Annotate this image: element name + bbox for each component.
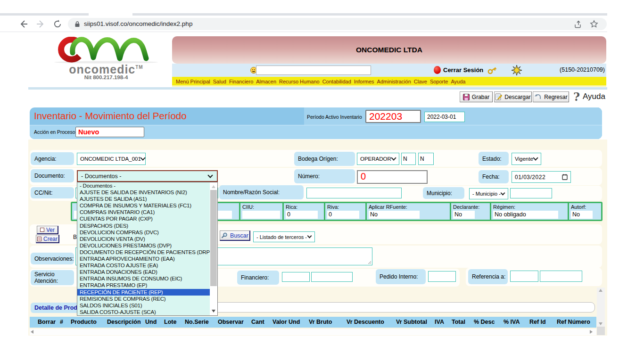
h-scroll-left-arrow[interactable] xyxy=(31,330,33,334)
omnibox[interactable]: siips01.visof.co/oncomedic/index2.php xyxy=(68,18,607,30)
column-header-vr-bruto[interactable]: Vr Bruto xyxy=(309,319,332,325)
dropdown-scroll-thumb[interactable] xyxy=(210,190,217,286)
key-icon[interactable] xyxy=(487,66,497,75)
dropdown-item-4[interactable]: COMPRA DE INSUMOS Y MATERIALES (FC1) xyxy=(77,202,210,209)
v-scroll-up-arrow[interactable] xyxy=(599,289,603,292)
menu-item-11[interactable]: Ayuda xyxy=(451,79,465,84)
column-header-no-serie[interactable]: No.Serie xyxy=(185,319,209,325)
share-icon[interactable] xyxy=(574,20,582,28)
municipio-input[interactable] xyxy=(510,188,552,198)
dropdown-item-8[interactable]: DEVOLUCION COMPRAS (DVC) xyxy=(77,229,210,236)
session-input[interactable] xyxy=(256,66,371,75)
menu-item-2[interactable]: Salud xyxy=(213,79,226,84)
fiscal-cell-input[interactable] xyxy=(242,211,280,219)
menu-item-3[interactable]: Financiero xyxy=(229,79,253,84)
fiscal-cell-input[interactable]: 0 xyxy=(327,211,359,219)
terceros-select[interactable]: - Listado de terceros - xyxy=(253,231,315,242)
dropdown-item-3[interactable]: AJUSTES DE SALIDA (AS1) xyxy=(77,196,210,202)
spark-icon[interactable] xyxy=(512,65,522,75)
menu-item-10[interactable]: Soporte xyxy=(430,79,448,84)
period-date-input[interactable]: 2022-03-01 xyxy=(424,112,465,122)
resize-handle[interactable] xyxy=(368,261,372,264)
dropdown-item-19[interactable]: SALDOS INICIALES (S01) xyxy=(77,302,210,309)
column-header-valor-und[interactable]: Valor Und xyxy=(272,319,300,325)
column-header-producto[interactable]: Producto xyxy=(71,319,97,325)
dropdown-item-6[interactable]: CUENTAS POR PAGAR (CXP) xyxy=(77,215,210,222)
fecha-input[interactable]: 01/03/2022 xyxy=(512,171,571,183)
menu-item-1[interactable]: Menú Principal xyxy=(176,79,210,84)
column-header-ref-n-mero[interactable]: Ref Número xyxy=(557,319,590,325)
dropdown-item-13[interactable]: ENTRADA COSTO AJUSTE (EA) xyxy=(77,262,210,269)
dropdown-scrollbar[interactable] xyxy=(210,182,217,315)
back-icon[interactable] xyxy=(19,19,28,29)
return-button[interactable]: Regresar xyxy=(533,91,569,102)
action-input[interactable]: Nuevo xyxy=(75,127,144,137)
fiscal-cell-input[interactable]: No xyxy=(453,211,475,219)
menu-item-6[interactable]: Contabilidad xyxy=(322,79,351,84)
referencia-input-1[interactable] xyxy=(510,271,538,282)
dropdown-scroll-up[interactable] xyxy=(212,185,215,188)
menu-item-8[interactable]: Administración xyxy=(377,79,411,84)
column-header-total[interactable]: Total xyxy=(452,319,465,325)
column-header-cant[interactable]: Cant xyxy=(251,319,264,325)
save-button[interactable]: Grabar xyxy=(460,91,493,102)
bookmark-star-icon[interactable] xyxy=(590,20,598,28)
dropdown-scroll-down[interactable] xyxy=(212,310,215,313)
column-header-borrar[interactable]: Borrar xyxy=(38,319,56,325)
column-header--iva[interactable]: % IVA xyxy=(504,319,520,325)
column-header-vr-descuento[interactable]: Vr Descuento xyxy=(347,319,384,325)
h-scrollbar[interactable] xyxy=(30,329,596,335)
dropdown-item-15[interactable]: ENTRADA INSUMOS DE CONSUMO (EIC) xyxy=(77,275,210,282)
documento-select[interactable]: - Documentos - xyxy=(77,170,218,182)
estado-select[interactable]: Vigente xyxy=(512,153,541,165)
column-header-vr-subtotal[interactable]: Vr Subtotal xyxy=(396,319,427,325)
municipio-select[interactable]: - Municipio - xyxy=(469,188,508,199)
dropdown-item-14[interactable]: ENTRADA DONACIONES (EAD) xyxy=(77,269,210,275)
menu-item-4[interactable]: Almacen xyxy=(256,79,276,84)
financiero-input-1[interactable] xyxy=(282,272,310,282)
financiero-input-2[interactable] xyxy=(311,272,353,282)
column-header-descripci-n[interactable]: Descripción xyxy=(107,319,141,325)
nombre-input[interactable] xyxy=(306,188,402,198)
ver-button[interactable]: Ver xyxy=(37,226,58,234)
dropdown-item-5[interactable]: COMPRAS INVENTARIO (CA1) xyxy=(77,209,210,215)
reload-icon[interactable] xyxy=(53,19,62,29)
dropdown-item-9[interactable]: DEVOLUCION VENTA (DV) xyxy=(77,236,210,242)
numero-input[interactable]: 0 xyxy=(357,170,428,184)
dropdown-item-12[interactable]: ENTRADA APROVECHAMIENTO (EAA) xyxy=(77,255,210,262)
fiscal-cell-input[interactable]: No xyxy=(369,211,420,219)
column-header--[interactable]: # xyxy=(60,319,63,325)
dropdown-item-11[interactable]: DOCUMENTO DE RECEPCIÓN DE PACIENTES (DRP… xyxy=(77,249,210,255)
url-text[interactable]: siips01.visof.co/oncomedic/index2.php xyxy=(84,20,192,27)
fiscal-cell-input[interactable]: No obligado xyxy=(493,211,558,219)
column-header-observar[interactable]: Observar xyxy=(218,319,244,325)
period-input[interactable]: 202203 xyxy=(365,110,421,123)
v-scrollbar[interactable] xyxy=(597,288,605,327)
column-header-iva[interactable]: IVA xyxy=(435,319,444,325)
pedido-input[interactable] xyxy=(428,271,456,282)
documento-dropdown-list[interactable]: - Documentos -AJUSTE DE SALIDA DE INVENT… xyxy=(77,182,218,316)
bodega-n2-input[interactable]: N xyxy=(418,153,434,165)
download-button[interactable]: Descargar xyxy=(494,91,532,102)
agencia-select[interactable]: ONCOMEDIC LTDA_001 xyxy=(77,153,146,165)
column-header-ref-id[interactable]: Ref Id xyxy=(529,319,546,325)
dropdown-item-1[interactable]: - Documentos - xyxy=(77,182,210,189)
crear-button[interactable]: Crear xyxy=(36,235,59,243)
v-scroll-down-arrow[interactable] xyxy=(599,322,603,325)
bodega-n1-input[interactable]: N xyxy=(401,153,416,165)
buscar-button[interactable]: Buscar xyxy=(220,230,250,241)
fiscal-cell-input[interactable]: 0 xyxy=(286,211,318,219)
dropdown-item-18[interactable]: REMISIONES DE COMPRAS (REC) xyxy=(77,296,210,302)
dropdown-item-20[interactable]: SALIDA COSTO-AJUSTE (SCA) xyxy=(77,309,210,315)
menu-item-9[interactable]: Clave xyxy=(414,79,427,84)
dropdown-item-2[interactable]: AJUSTE DE SALIDA DE INVENTARIOS (NI2) xyxy=(77,189,210,196)
menu-item-5[interactable]: Recurso Humano xyxy=(279,79,320,84)
referencia-input-2[interactable] xyxy=(540,271,582,282)
dropdown-item-10[interactable]: DEVOLUCIONES PRESTAMOS (DVP) xyxy=(77,242,210,249)
h-scroll-right-arrow[interactable] xyxy=(590,330,593,334)
menu-item-7[interactable]: Informes xyxy=(354,79,374,84)
dropdown-item-17[interactable]: RECEPCIÓN DE PACIENTE (REP) xyxy=(77,289,210,296)
column-header-lote[interactable]: Lote xyxy=(164,319,176,325)
dropdown-item-16[interactable]: ENTRADA PRESTAMO (EP) xyxy=(77,282,210,288)
fiscal-cell-input[interactable]: No xyxy=(571,211,593,219)
